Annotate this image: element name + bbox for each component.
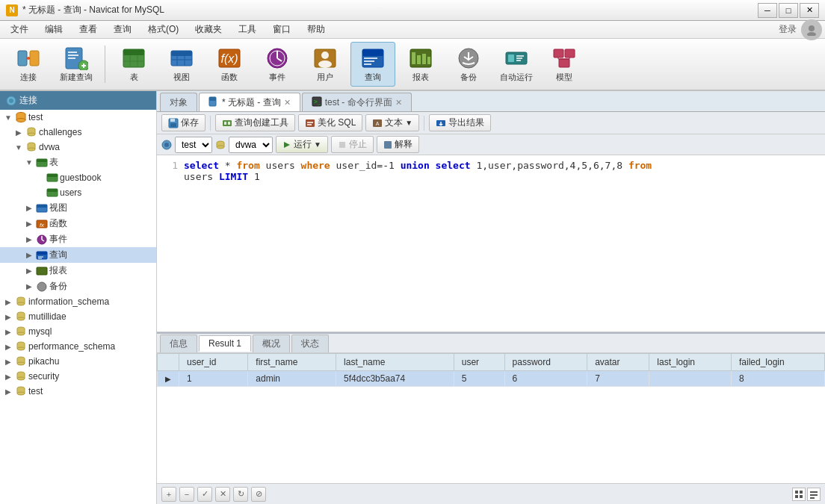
close-button[interactable]: ✕ (800, 3, 819, 18)
sidebar-item-security[interactable]: ▶ security (0, 369, 156, 384)
menu-query[interactable]: 查询 (106, 22, 139, 37)
add-record-button[interactable]: + (161, 487, 176, 502)
toolbar-user[interactable]: 用户 (303, 42, 347, 87)
refresh-button[interactable]: ↻ (233, 487, 248, 502)
menu-view[interactable]: 查看 (72, 22, 105, 37)
save-button[interactable]: 保存 (161, 114, 206, 131)
sidebar-item-backup[interactable]: ▶ 备份 (0, 279, 156, 294)
result-tab-overview[interactable]: 概况 (253, 335, 290, 352)
svg-point-1 (807, 32, 816, 36)
toolbar-auto[interactable]: 自动运行 (494, 42, 539, 87)
main-toolbar: 连接 新建查询 表 (0, 39, 825, 91)
sidebar-item-mysql[interactable]: ▶ mysql (0, 324, 156, 339)
menu-tools[interactable]: 工具 (231, 22, 264, 37)
sidebar-item-info-schema[interactable]: ▶ information_schema (0, 294, 156, 309)
sidebar-item-guestbook[interactable]: ▶ guestbook (0, 170, 156, 185)
svg-rect-166 (795, 495, 798, 498)
sidebar-item-tables[interactable]: ▼ 表 (0, 155, 156, 170)
form-view-button[interactable] (807, 488, 821, 501)
text-dropdown[interactable]: ▼ (405, 119, 412, 127)
result-tab-status[interactable]: 状态 (291, 335, 329, 352)
beautify-button[interactable]: 美化 SQL (298, 114, 362, 131)
tab-console-close[interactable]: ✕ (395, 98, 402, 108)
table-icon (46, 172, 58, 184)
th-avatar[interactable]: avatar (587, 354, 649, 371)
expand-arrow: ▶ (24, 219, 34, 229)
tab-query-close[interactable]: ✕ (284, 98, 291, 108)
sidebar-item-users[interactable]: ▶ users (0, 185, 156, 200)
toolbar-new-query[interactable]: 新建查询 (54, 42, 99, 87)
sidebar-item-test-db[interactable]: ▼ test (0, 110, 156, 125)
explain-button[interactable]: 解释 (377, 136, 419, 153)
toolbar-report[interactable]: 报表 (398, 42, 443, 87)
run-dropdown[interactable]: ▼ (314, 140, 321, 149)
schema-icon (15, 326, 27, 337)
view-icon (170, 46, 194, 70)
toolbar-view[interactable]: 视图 (159, 42, 204, 87)
sidebar-item-test-schema[interactable]: ▶ test (0, 384, 156, 399)
maximize-button[interactable]: □ (779, 3, 798, 18)
func-icon: f(x) (217, 46, 241, 70)
sidebar-item-views[interactable]: ▶ 视图 (0, 200, 156, 216)
toolbar-backup[interactable]: 备份 (446, 42, 491, 87)
minimize-button[interactable]: ─ (758, 3, 777, 18)
svg-rect-141 (170, 119, 175, 122)
sidebar-item-queries[interactable]: ▶ 查询 (0, 247, 156, 263)
table-row[interactable]: ▶ 1 admin 5f4dcc3b5aa74 5 6 7 8 (158, 371, 825, 387)
login-button[interactable]: 登录 (779, 23, 797, 36)
tab-query[interactable]: * 无标题 - 查询 ✕ (199, 93, 300, 111)
svg-rect-95 (37, 252, 47, 255)
sidebar-item-challenges[interactable]: ▶ challenges (0, 125, 156, 140)
toolbar-func[interactable]: f(x) 函数 (207, 42, 252, 87)
th-first-name[interactable]: first_name (248, 354, 336, 371)
menu-help[interactable]: 帮助 (300, 22, 333, 37)
sidebar-item-reports[interactable]: ▶ 报表 (0, 263, 156, 279)
check-button[interactable]: ✓ (197, 487, 212, 502)
svg-point-30 (321, 52, 329, 59)
report-icon (409, 46, 433, 70)
cancel-edit-button[interactable]: ✕ (215, 487, 230, 502)
toolbar-query[interactable]: 查询 (350, 42, 395, 87)
sidebar-item-dvwa[interactable]: ▼ dvwa (0, 140, 156, 155)
result-tab-result1[interactable]: Result 1 (199, 335, 251, 352)
stop-button[interactable]: 停止 (331, 136, 374, 153)
sidebar: 连接 ▼ test ▶ challenges ▼ dvwa (0, 91, 157, 504)
sidebar-item-mutillidae[interactable]: ▶ mutillidae (0, 309, 156, 324)
text-button[interactable]: A 文本 ▼ (365, 114, 419, 131)
sql-editor[interactable]: 1 select * from users where user_id=-1 u… (157, 155, 825, 332)
toolbar-model[interactable]: 模型 (542, 42, 587, 87)
th-password[interactable]: password (504, 354, 587, 371)
sidebar-item-events[interactable]: ▶ 事件 (0, 231, 156, 247)
database-select[interactable]: dvwa (229, 137, 273, 153)
result-tab-info[interactable]: 信息 (160, 335, 197, 352)
connection-select[interactable]: test (175, 137, 212, 153)
th-last-name[interactable]: last_name (336, 354, 454, 371)
toolbar-table[interactable]: 表 (111, 42, 156, 87)
th-user[interactable]: user (454, 354, 504, 371)
svg-rect-35 (364, 60, 374, 62)
sidebar-item-performance-schema[interactable]: ▶ performance_schema (0, 339, 156, 354)
th-failed-login[interactable]: failed_login (731, 354, 824, 371)
menu-edit[interactable]: 编辑 (37, 22, 70, 37)
delete-record-button[interactable]: − (179, 487, 194, 502)
tab-console[interactable]: >_ test - 命令行界面 ✕ (302, 93, 412, 111)
run-button[interactable]: 运行 ▼ (276, 136, 328, 153)
svg-point-158 (217, 146, 224, 149)
th-user-id[interactable]: user_id (179, 354, 248, 371)
sidebar-item-pikachu[interactable]: ▶ pikachu (0, 354, 156, 369)
tab-object[interactable]: 对象 (160, 93, 197, 111)
th-last-login[interactable]: last_login (649, 354, 732, 371)
connect-label: 连接 (20, 72, 37, 83)
toolbar-event[interactable]: 事件 (255, 42, 300, 87)
filter-button[interactable]: ⊘ (251, 487, 266, 502)
menu-file[interactable]: 文件 (3, 22, 36, 37)
sidebar-item-funcs[interactable]: ▶ fx 函数 (0, 216, 156, 231)
menu-favorites[interactable]: 收藏夹 (188, 22, 229, 37)
query-builder-button[interactable]: 查询创建工具 (215, 114, 295, 131)
grid-view-button[interactable] (792, 488, 806, 501)
export-button[interactable]: 导出结果 (429, 114, 491, 131)
menu-format[interactable]: 格式(O) (140, 22, 186, 37)
sidebar-item-guestbook-label: guestbook (60, 172, 101, 183)
toolbar-connect[interactable]: 连接 (6, 42, 51, 87)
menu-window[interactable]: 窗口 (265, 22, 298, 37)
